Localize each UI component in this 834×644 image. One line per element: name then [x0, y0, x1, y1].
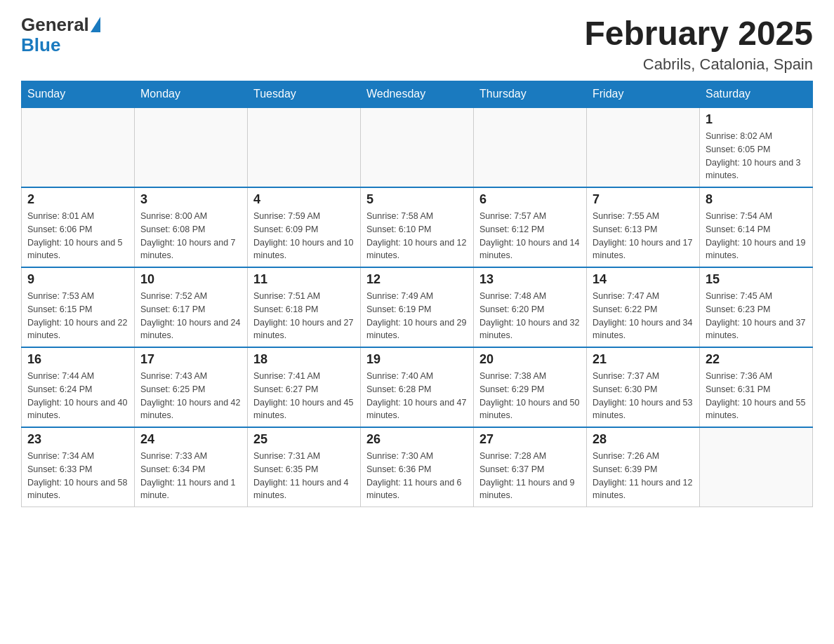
- day-info: Sunset: 6:14 PM: [706, 223, 807, 236]
- header-thursday: Thursday: [474, 81, 587, 108]
- day-info: Sunrise: 7:51 AM: [253, 290, 355, 303]
- day-info: Sunrise: 7:44 AM: [27, 370, 128, 383]
- calendar-week-row: 23Sunrise: 7:34 AMSunset: 6:33 PMDayligh…: [22, 427, 813, 507]
- calendar-week-row: 2Sunrise: 8:01 AMSunset: 6:06 PMDaylight…: [22, 187, 813, 267]
- day-info: Sunrise: 7:33 AM: [140, 450, 241, 463]
- day-info: Sunset: 6:18 PM: [253, 303, 355, 316]
- day-number: 9: [27, 272, 128, 287]
- day-number: 26: [366, 432, 468, 447]
- calendar-week-row: 9Sunrise: 7:53 AMSunset: 6:15 PMDaylight…: [22, 267, 813, 347]
- table-row: 18Sunrise: 7:41 AMSunset: 6:27 PMDayligh…: [248, 347, 361, 427]
- day-number: 23: [27, 432, 128, 447]
- table-row: 5Sunrise: 7:58 AMSunset: 6:10 PMDaylight…: [361, 187, 474, 267]
- table-row: 6Sunrise: 7:57 AMSunset: 6:12 PMDaylight…: [474, 187, 587, 267]
- day-number: 11: [253, 272, 355, 287]
- calendar-table: Sunday Monday Tuesday Wednesday Thursday…: [21, 81, 813, 507]
- table-row: 27Sunrise: 7:28 AMSunset: 6:37 PMDayligh…: [474, 427, 587, 507]
- day-info: Sunrise: 8:01 AM: [27, 210, 128, 223]
- day-info: Sunset: 6:15 PM: [27, 303, 128, 316]
- day-info: Sunrise: 7:55 AM: [593, 210, 694, 223]
- day-info: Sunrise: 7:34 AM: [27, 450, 128, 463]
- table-row: 14Sunrise: 7:47 AMSunset: 6:22 PMDayligh…: [587, 267, 700, 347]
- day-info: Daylight: 11 hours and 1 minute.: [140, 476, 241, 503]
- day-info: Sunrise: 7:41 AM: [253, 370, 355, 383]
- day-number: 2: [27, 192, 128, 207]
- day-info: Sunrise: 7:40 AM: [366, 370, 468, 383]
- day-number: 6: [479, 192, 581, 207]
- day-info: Daylight: 10 hours and 27 minutes.: [253, 316, 355, 343]
- day-info: Sunset: 6:34 PM: [140, 463, 241, 476]
- day-info: Daylight: 10 hours and 22 minutes.: [27, 316, 128, 343]
- day-number: 25: [253, 432, 355, 447]
- day-info: Sunrise: 7:49 AM: [366, 290, 468, 303]
- day-info: Daylight: 10 hours and 5 minutes.: [27, 236, 128, 263]
- table-row: 13Sunrise: 7:48 AMSunset: 6:20 PMDayligh…: [474, 267, 587, 347]
- day-info: Daylight: 10 hours and 10 minutes.: [253, 236, 355, 263]
- logo-general-text: General: [21, 14, 89, 35]
- logo-triangle-icon: [91, 17, 100, 32]
- day-number: 17: [140, 352, 241, 367]
- table-row: 9Sunrise: 7:53 AMSunset: 6:15 PMDaylight…: [22, 267, 135, 347]
- table-row: 21Sunrise: 7:37 AMSunset: 6:30 PMDayligh…: [587, 347, 700, 427]
- day-info: Sunset: 6:29 PM: [479, 383, 581, 396]
- day-number: 27: [479, 432, 581, 447]
- day-info: Sunset: 6:39 PM: [593, 463, 694, 476]
- day-info: Daylight: 10 hours and 19 minutes.: [706, 236, 807, 263]
- logo: General Blue: [21, 14, 100, 56]
- day-info: Daylight: 11 hours and 12 minutes.: [593, 476, 694, 503]
- table-row: [22, 108, 135, 188]
- day-info: Sunset: 6:09 PM: [253, 223, 355, 236]
- header-monday: Monday: [135, 81, 248, 108]
- day-info: Daylight: 10 hours and 7 minutes.: [140, 236, 241, 263]
- calendar-week-row: 16Sunrise: 7:44 AMSunset: 6:24 PMDayligh…: [22, 347, 813, 427]
- day-number: 13: [479, 272, 581, 287]
- table-row: 12Sunrise: 7:49 AMSunset: 6:19 PMDayligh…: [361, 267, 474, 347]
- day-info: Daylight: 11 hours and 4 minutes.: [253, 476, 355, 503]
- day-info: Sunset: 6:28 PM: [366, 383, 468, 396]
- day-info: Sunrise: 8:02 AM: [706, 130, 807, 143]
- day-number: 16: [27, 352, 128, 367]
- day-info: Sunrise: 7:58 AM: [366, 210, 468, 223]
- day-info: Sunset: 6:37 PM: [479, 463, 581, 476]
- day-info: Sunrise: 7:52 AM: [140, 290, 241, 303]
- day-info: Sunrise: 7:45 AM: [706, 290, 807, 303]
- table-row: 4Sunrise: 7:59 AMSunset: 6:09 PMDaylight…: [248, 187, 361, 267]
- day-info: Daylight: 10 hours and 40 minutes.: [27, 396, 128, 423]
- day-number: 4: [253, 192, 355, 207]
- table-row: 17Sunrise: 7:43 AMSunset: 6:25 PMDayligh…: [135, 347, 248, 427]
- day-info: Sunset: 6:19 PM: [366, 303, 468, 316]
- weekday-header-row: Sunday Monday Tuesday Wednesday Thursday…: [22, 81, 813, 108]
- table-row: [587, 108, 700, 188]
- day-info: Sunrise: 7:47 AM: [593, 290, 694, 303]
- table-row: 15Sunrise: 7:45 AMSunset: 6:23 PMDayligh…: [700, 267, 813, 347]
- day-info: Sunrise: 7:28 AM: [479, 450, 581, 463]
- header-friday: Friday: [587, 81, 700, 108]
- day-info: Daylight: 11 hours and 9 minutes.: [479, 476, 581, 503]
- day-info: Sunset: 6:35 PM: [253, 463, 355, 476]
- calendar-week-row: 1Sunrise: 8:02 AMSunset: 6:05 PMDaylight…: [22, 108, 813, 188]
- day-info: Sunrise: 7:31 AM: [253, 450, 355, 463]
- day-info: Sunset: 6:20 PM: [479, 303, 581, 316]
- day-info: Daylight: 10 hours and 12 minutes.: [366, 236, 468, 263]
- day-info: Daylight: 10 hours and 58 minutes.: [27, 476, 128, 503]
- day-number: 22: [706, 352, 807, 367]
- day-info: Sunset: 6:12 PM: [479, 223, 581, 236]
- day-number: 24: [140, 432, 241, 447]
- day-info: Sunset: 6:13 PM: [593, 223, 694, 236]
- day-info: Daylight: 10 hours and 42 minutes.: [140, 396, 241, 423]
- day-info: Sunset: 6:08 PM: [140, 223, 241, 236]
- title-section: February 2025 Cabrils, Catalonia, Spain: [584, 14, 813, 74]
- day-number: 19: [366, 352, 468, 367]
- day-info: Sunset: 6:24 PM: [27, 383, 128, 396]
- table-row: 16Sunrise: 7:44 AMSunset: 6:24 PMDayligh…: [22, 347, 135, 427]
- month-title: February 2025: [584, 14, 813, 53]
- table-row: 8Sunrise: 7:54 AMSunset: 6:14 PMDaylight…: [700, 187, 813, 267]
- day-info: Daylight: 10 hours and 3 minutes.: [706, 156, 807, 183]
- table-row: [700, 427, 813, 507]
- day-number: 3: [140, 192, 241, 207]
- table-row: 22Sunrise: 7:36 AMSunset: 6:31 PMDayligh…: [700, 347, 813, 427]
- day-info: Daylight: 10 hours and 14 minutes.: [479, 236, 581, 263]
- day-info: Daylight: 10 hours and 29 minutes.: [366, 316, 468, 343]
- day-info: Sunrise: 7:59 AM: [253, 210, 355, 223]
- table-row: 26Sunrise: 7:30 AMSunset: 6:36 PMDayligh…: [361, 427, 474, 507]
